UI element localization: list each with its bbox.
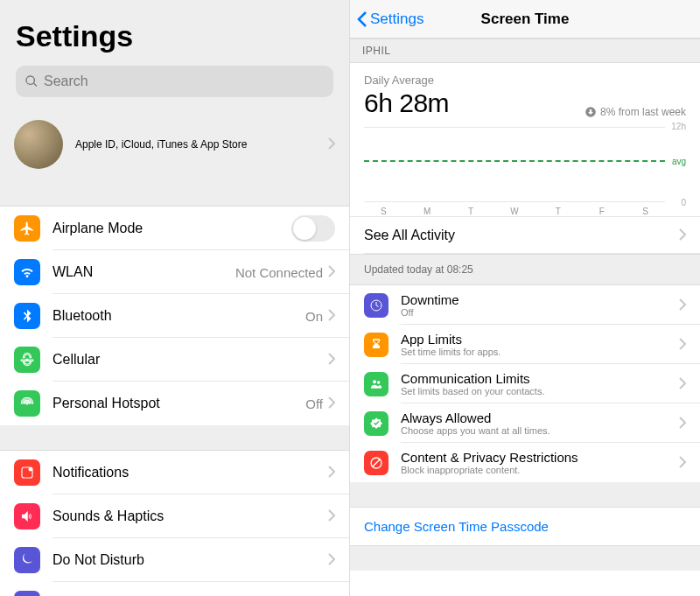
connectivity-row-2[interactable]: BluetoothOn [0, 294, 349, 338]
notif-row-0[interactable]: Notifications [0, 451, 349, 494]
sounds-icon [14, 503, 40, 529]
connectivity-row-1[interactable]: WLANNot Connected [0, 250, 349, 294]
limit-row-2[interactable]: Communication LimitsSet limits based on … [350, 364, 700, 403]
communication-icon [364, 372, 388, 396]
chevron-right-icon [328, 264, 335, 280]
change-text: 8% from last week [600, 106, 686, 118]
back-label: Settings [370, 11, 424, 28]
limit-sub: Off [401, 307, 679, 318]
limit-label: Always Allowed [401, 410, 679, 425]
settings-pane: Settings Search Apple ID, iCloud, iTunes… [0, 0, 350, 596]
chevron-right-icon [679, 228, 686, 243]
limits-group: DowntimeOffApp LimitsSet time limits for… [350, 285, 700, 482]
chevron-right-icon [328, 552, 335, 568]
row-label: Notifications [52, 465, 328, 480]
hourglass-icon [364, 333, 388, 357]
row-label: Airplane Mode [52, 221, 291, 236]
row-value: Not Connected [235, 265, 323, 280]
notif-row-3[interactable]: Screen Time [0, 582, 349, 596]
settings-header: Settings Search [0, 0, 349, 108]
moon-icon [14, 547, 40, 573]
change-passcode-link[interactable]: Change Screen Time Passcode [350, 507, 700, 546]
nav-bar: Settings Screen Time [350, 0, 700, 39]
connectivity-group: Airplane ModeWLANNot ConnectedBluetoothO… [0, 206, 349, 425]
avatar [14, 120, 63, 169]
chevron-right-icon [328, 508, 335, 524]
svg-point-7 [377, 381, 380, 383]
chevron-right-icon [679, 298, 686, 313]
row-value: Off [305, 396, 323, 411]
x-label: F [582, 207, 621, 216]
limit-label: Communication Limits [401, 371, 679, 386]
hotspot-icon [14, 390, 40, 417]
daily-value: 6h 28m [364, 88, 449, 118]
device-header: IPHIL [350, 39, 700, 63]
toggle[interactable] [291, 215, 335, 242]
chevron-right-icon [679, 455, 686, 471]
row-label: Bluetooth [52, 308, 305, 324]
notifications-icon [14, 459, 40, 486]
chevron-right-icon [328, 308, 335, 324]
avg-label: avg [672, 157, 686, 166]
row-label: Cellular [52, 352, 328, 368]
check-icon [364, 411, 388, 436]
row-label: WLAN [52, 264, 235, 280]
chevron-right-icon [328, 465, 335, 480]
wifi-icon [14, 259, 40, 285]
notif-row-1[interactable]: Sounds & Haptics [0, 494, 349, 538]
row-value: On [305, 309, 323, 324]
svg-point-3 [29, 467, 33, 472]
change-indicator: 8% from last week [584, 106, 686, 118]
usage-chart[interactable]: 12h 0 avg SMTWTFS [364, 127, 686, 214]
x-label: S [364, 207, 403, 216]
limit-row-3[interactable]: Always AllowedChoose apps you want at al… [350, 403, 700, 443]
limit-row-1[interactable]: App LimitsSet time limits for apps. [350, 325, 700, 364]
chevron-right-icon [679, 416, 686, 431]
x-label: W [495, 207, 535, 216]
chevron-right-icon [328, 352, 335, 368]
downtime-icon [364, 293, 388, 318]
connectivity-row-4[interactable]: Personal HotspotOff [0, 382, 349, 425]
row-label: Sounds & Haptics [52, 508, 328, 524]
limit-sub: Block inappropriate content. [401, 465, 679, 475]
connectivity-row-0[interactable]: Airplane Mode [0, 207, 349, 250]
limit-sub: Set limits based on your contacts. [401, 386, 679, 396]
chevron-right-icon [328, 137, 335, 152]
chevron-right-icon [679, 376, 686, 392]
limit-row-4[interactable]: Content & Privacy RestrictionsBlock inap… [350, 443, 700, 482]
see-all-activity-row[interactable]: See All Activity [350, 216, 700, 255]
notifications-group: NotificationsSounds & HapticsDo Not Dist… [0, 450, 349, 596]
x-label: T [539, 207, 578, 216]
svg-point-6 [373, 380, 376, 383]
svg-line-9 [373, 459, 380, 466]
y-axis-top: 12h [671, 122, 686, 131]
limit-row-0[interactable]: DowntimeOff [350, 285, 700, 325]
limit-label: App Limits [401, 332, 679, 347]
notif-row-2[interactable]: Do Not Disturb [0, 538, 349, 582]
svg-point-1 [26, 403, 29, 405]
hourglass-icon [14, 591, 40, 596]
back-button[interactable]: Settings [357, 11, 424, 28]
chevron-right-icon [679, 337, 686, 353]
airplane-icon [14, 215, 40, 242]
bluetooth-icon [14, 303, 40, 329]
cellular-icon [14, 347, 40, 373]
svg-point-0 [26, 359, 29, 361]
page-title: Settings [16, 19, 333, 53]
search-input[interactable]: Search [16, 66, 333, 97]
updated-text: Updated today at 08:25 [350, 255, 700, 285]
limit-label: Content & Privacy Restrictions [401, 450, 679, 465]
apple-id-row[interactable]: Apple ID, iCloud, iTunes & App Store [0, 108, 349, 181]
x-label: M [408, 207, 447, 216]
search-placeholder: Search [44, 74, 88, 89]
x-label: S [626, 207, 665, 216]
chevron-right-icon [328, 396, 335, 411]
search-icon [24, 74, 38, 88]
see-all-label: See All Activity [364, 228, 679, 243]
connectivity-row-3[interactable]: Cellular [0, 338, 349, 382]
nav-title: Screen Time [481, 11, 570, 28]
limit-sub: Choose apps you want at all times. [401, 425, 679, 436]
apple-id-sub: Apple ID, iCloud, iTunes & App Store [75, 138, 328, 151]
limit-label: Downtime [401, 292, 679, 307]
daily-label: Daily Average [364, 74, 686, 87]
